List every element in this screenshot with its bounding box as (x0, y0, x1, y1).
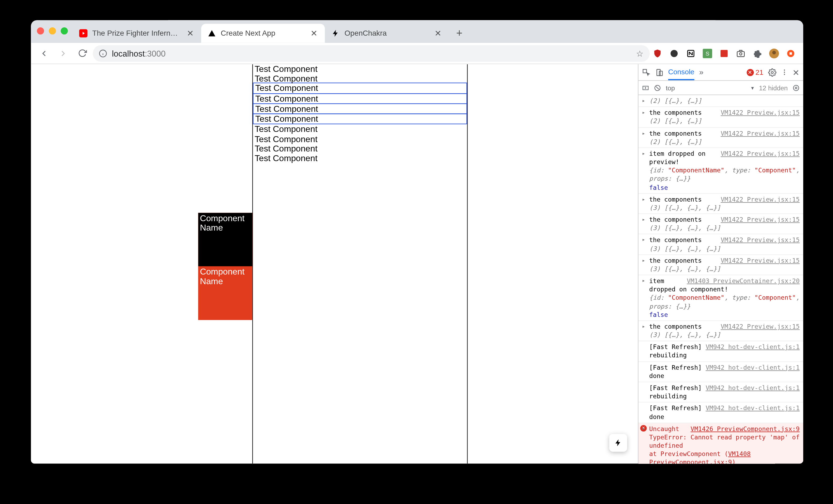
browser-tab[interactable]: Create Next App✕ (201, 24, 325, 43)
card-component-black[interactable]: Component Name (198, 213, 252, 267)
svg-rect-18 (657, 69, 660, 75)
devtools-menu-icon[interactable]: ⋮ (781, 68, 788, 76)
svg-rect-10 (720, 50, 728, 57)
preview-item[interactable]: Test Component (253, 124, 467, 134)
preview-item[interactable]: Test Component (253, 144, 467, 153)
console-tab[interactable]: Console (668, 64, 694, 80)
omnibox[interactable]: localhost:3000 ☆ (93, 45, 650, 61)
console-row[interactable]: VM1422 Preview.jsx:15the components(3) [… (638, 255, 803, 275)
traffic-minimize[interactable] (49, 27, 56, 34)
nextjs-indicator[interactable] (609, 434, 627, 452)
svg-rect-11 (737, 51, 744, 56)
console-row[interactable]: VM1422 Preview.jsx:15the components(2) [… (638, 107, 803, 127)
preview-item[interactable]: Test Component (253, 64, 467, 74)
svg-point-6 (671, 50, 678, 57)
console-row[interactable]: VM1422 Preview.jsx:15the components(3) [… (638, 321, 803, 341)
card-component-red[interactable]: Component Name (198, 266, 252, 320)
tab-strip: The Prize Fighter Inferno - Sta✕Create N… (31, 20, 803, 43)
address-bar: localhost:3000 ☆ S (31, 43, 803, 64)
svg-text:S: S (706, 50, 709, 56)
browser-tab[interactable]: OpenChakra✕ (325, 24, 449, 43)
preview-item[interactable]: Test Component (253, 83, 467, 94)
sidebar-cards: Component Name Component Name (198, 213, 252, 320)
execute-icon[interactable] (642, 84, 649, 92)
hidden-count[interactable]: 12 hidden (759, 84, 788, 92)
bookmark-star-icon[interactable]: ☆ (636, 49, 644, 58)
preview-item[interactable]: Test Component (253, 93, 467, 104)
svg-rect-16 (789, 52, 792, 54)
preview-item[interactable]: Test Component (253, 74, 467, 83)
error-count: 21 (756, 68, 763, 76)
console-row[interactable]: VM942 hot-dev-client.js:1[Fast Refresh] … (638, 341, 803, 362)
inspect-element-icon[interactable] (642, 68, 650, 76)
devtools-filter-bar: top ▾ 12 hidden (638, 81, 803, 95)
ext-camera-icon[interactable] (735, 48, 746, 58)
ext-dark-icon[interactable] (669, 48, 680, 58)
tab-close-icon[interactable]: ✕ (433, 28, 443, 38)
preview-item[interactable]: Test Component (253, 153, 467, 163)
console-settings-icon[interactable] (792, 84, 800, 92)
svg-point-14 (772, 50, 776, 54)
preview-item[interactable]: Test Component (253, 134, 467, 144)
console-row[interactable]: (2) [{…}, {…}] (638, 95, 803, 107)
console-row[interactable]: ✕VM1426 PreviewComponent.jsx:9Uncaught T… (638, 423, 803, 463)
console-row[interactable]: VM1422 Preview.jsx:15the components(3) [… (638, 214, 803, 234)
devtools-settings-icon[interactable] (768, 68, 777, 76)
svg-point-24 (795, 87, 797, 89)
site-info-icon[interactable] (99, 49, 107, 57)
preview-item[interactable]: Test Component (253, 114, 467, 124)
console-row[interactable]: VM1422 Preview.jsx:15the components(3) [… (638, 234, 803, 255)
clear-console-icon[interactable] (654, 84, 661, 92)
traffic-lights (37, 27, 68, 34)
console-row[interactable]: VM1422 Preview.jsx:15the components(3) [… (638, 194, 803, 214)
preview-canvas[interactable]: Test ComponentTest ComponentTest Compone… (252, 64, 468, 463)
devtools-toolbar: Console » ✕21 ⋮ ✕ (638, 64, 803, 81)
devtools-close-icon[interactable]: ✕ (792, 68, 800, 77)
svg-line-23 (656, 86, 659, 89)
devtools-panel: Console » ✕21 ⋮ ✕ top ▾ (638, 64, 803, 463)
traffic-close[interactable] (37, 27, 44, 34)
console-row[interactable]: VM1403 PreviewContainer.jsx:20item dropp… (638, 275, 803, 321)
url-port: :3000 (145, 49, 166, 58)
forward-button[interactable] (55, 45, 71, 61)
browser-window: The Prize Fighter Inferno - Sta✕Create N… (31, 20, 803, 463)
console-row[interactable]: VM942 hot-dev-client.js:1[Fast Refresh] … (638, 362, 803, 382)
tab-favicon (331, 28, 340, 38)
ext-grid-icon[interactable] (719, 48, 730, 58)
url-host: localhost (112, 49, 145, 58)
console-output[interactable]: (2) [{…}, {…}]VM1422 Preview.jsx:15the c… (638, 95, 803, 464)
page-viewport: Component Name Component Name Test Compo… (31, 64, 638, 463)
ext-shield-icon[interactable] (652, 48, 663, 58)
context-label: top (666, 84, 675, 92)
console-row[interactable]: VM1422 Preview.jsx:15item dropped on pre… (638, 148, 803, 194)
ext-s-icon[interactable]: S (702, 48, 713, 58)
ext-avatar-icon[interactable] (768, 48, 779, 58)
console-row[interactable]: VM942 hot-dev-client.js:1[Fast Refresh] … (638, 403, 803, 423)
new-tab-button[interactable]: + (451, 25, 468, 42)
console-row[interactable]: VM1422 Preview.jsx:15the components(2) [… (638, 128, 803, 148)
tab-close-icon[interactable]: ✕ (309, 28, 319, 38)
svg-point-12 (740, 52, 742, 55)
tab-close-icon[interactable]: ✕ (186, 28, 195, 38)
svg-rect-17 (643, 69, 646, 73)
ext-notion-icon[interactable] (685, 48, 696, 58)
svg-rect-19 (659, 71, 663, 75)
ext-stop-icon[interactable] (785, 48, 796, 58)
context-selector[interactable]: top ▾ (666, 84, 754, 92)
ext-puzzle-icon[interactable] (752, 48, 763, 58)
error-count-badge[interactable]: ✕21 (746, 68, 763, 76)
traffic-zoom[interactable] (61, 27, 68, 34)
tab-favicon (79, 28, 88, 38)
browser-tab[interactable]: The Prize Fighter Inferno - Sta✕ (73, 24, 201, 43)
url-text: localhost:3000 (112, 49, 166, 58)
back-button[interactable] (36, 45, 52, 61)
tab-title: The Prize Fighter Inferno - Sta (92, 29, 182, 37)
svg-point-25 (793, 85, 799, 90)
more-tabs-icon[interactable]: » (699, 68, 704, 77)
reload-button[interactable] (74, 45, 91, 61)
device-toggle-icon[interactable] (655, 68, 663, 76)
preview-item[interactable]: Test Component (253, 103, 467, 114)
tab-title: Create Next App (221, 29, 305, 37)
console-row[interactable]: VM942 hot-dev-client.js:1[Fast Refresh] … (638, 382, 803, 402)
tab-favicon (207, 28, 217, 38)
